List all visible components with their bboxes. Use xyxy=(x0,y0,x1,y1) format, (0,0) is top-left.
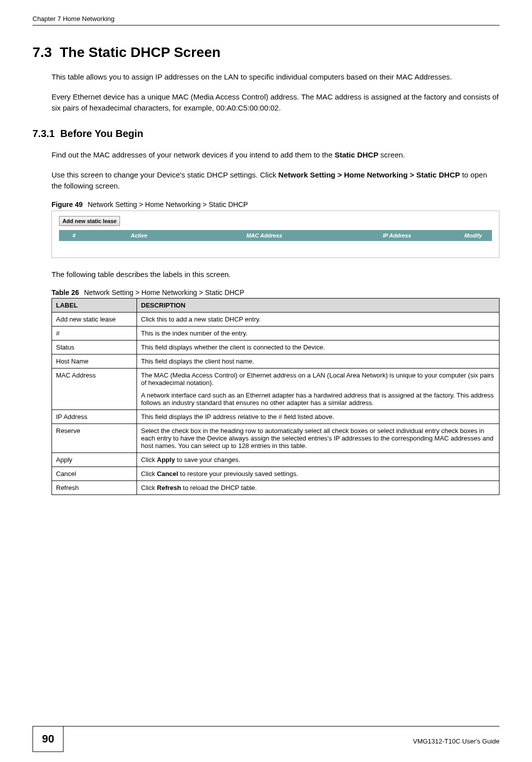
cell-desc: This is the index number of the entry. xyxy=(137,326,500,340)
subsection-para-1: Find out the MAC addresses of your netwo… xyxy=(52,150,500,160)
cell-label: Host Name xyxy=(52,354,137,368)
th-label: LABEL xyxy=(52,298,137,312)
table-row: Reserve Select the check box in the head… xyxy=(52,424,500,453)
cell-desc: Select the check box in the heading row … xyxy=(137,424,500,453)
cell-label: Add new static lease xyxy=(52,312,137,326)
table-caption-text: Network Setting > Home Networking > Stat… xyxy=(84,288,244,296)
table-row: Cancel Click Cancel to restore your prev… xyxy=(52,467,500,481)
table-row: Host Name This field displays the client… xyxy=(52,354,500,368)
page-footer: 90 VMG1312-T10C User's Guide xyxy=(32,726,500,752)
table-row: Refresh Click Refresh to reload the DHCP… xyxy=(52,481,500,495)
screenshot-figure: Add new static lease # Active MAC Addres… xyxy=(52,210,500,258)
table-label: Table 26 xyxy=(52,288,79,296)
cell-desc: The MAC (Media Access Control) or Ethern… xyxy=(137,368,500,410)
section-para-1: This table allows you to assign IP addre… xyxy=(52,72,500,82)
screenshot-table-header: # Active MAC Address IP Address Modify xyxy=(59,230,492,241)
section-para-2: Every Ethernet device has a unique MAC (… xyxy=(52,92,500,114)
bold-static-dhcp: Static DHCP xyxy=(334,150,378,159)
bold-nav-path: Network Setting > Home Networking > Stat… xyxy=(278,170,460,179)
section-heading: 7.3 The Static DHCP Screen xyxy=(32,44,500,60)
description-table: LABEL DESCRIPTION Add new static lease C… xyxy=(52,298,500,495)
section-title: The Static DHCP Screen xyxy=(60,44,221,60)
cell-desc: This field displays the client host name… xyxy=(137,354,500,368)
figure-caption-text: Network Setting > Home Networking > Stat… xyxy=(88,200,248,208)
subsection-para-2: Use this screen to change your Device's … xyxy=(52,170,500,192)
cell-desc: Click this to add a new static DHCP entr… xyxy=(137,312,500,326)
col-header-active: Active xyxy=(89,232,189,238)
table-row: Status This field displays whether the c… xyxy=(52,340,500,354)
col-header-modify: Modify xyxy=(454,232,492,238)
table-row: Add new static lease Click this to add a… xyxy=(52,312,500,326)
table-row: # This is the index number of the entry. xyxy=(52,326,500,340)
th-description: DESCRIPTION xyxy=(137,298,500,312)
cell-desc: This field displays whether the client i… xyxy=(137,340,500,354)
col-header-number: # xyxy=(59,232,89,238)
add-new-static-lease-button[interactable]: Add new static lease xyxy=(59,216,120,226)
subsection-title: Before You Begin xyxy=(60,128,144,139)
cell-desc: Click Apply to save your changes. xyxy=(137,453,500,467)
cell-label: Cancel xyxy=(52,467,137,481)
page-number: 90 xyxy=(32,726,64,752)
cell-label: Apply xyxy=(52,453,137,467)
cell-desc: This field displays the IP address relat… xyxy=(137,410,500,424)
section-number: 7.3 xyxy=(32,44,52,60)
cell-label: IP Address xyxy=(52,410,137,424)
guide-name: VMG1312-T10C User's Guide xyxy=(64,734,500,745)
table-row: Apply Click Apply to save your changes. xyxy=(52,453,500,467)
subsection-number: 7.3.1 xyxy=(32,128,54,139)
figure-label: Figure 49 xyxy=(52,200,82,208)
between-text: The following table describes the labels… xyxy=(52,269,500,280)
col-header-ip: IP Address xyxy=(340,232,454,238)
table-row: MAC Address The MAC (Media Access Contro… xyxy=(52,368,500,410)
cell-desc: Click Refresh to reload the DHCP table. xyxy=(137,481,500,495)
table-caption: Table 26Network Setting > Home Networkin… xyxy=(52,288,500,296)
figure-caption: Figure 49Network Setting > Home Networki… xyxy=(52,200,500,208)
cell-label: # xyxy=(52,326,137,340)
table-header-row: LABEL DESCRIPTION xyxy=(52,298,500,312)
subsection-heading: 7.3.1 Before You Begin xyxy=(32,128,500,140)
cell-desc: Click Cancel to restore your previously … xyxy=(137,467,500,481)
table-row: IP Address This field displays the IP ad… xyxy=(52,410,500,424)
cell-label: Reserve xyxy=(52,424,137,453)
cell-label: Status xyxy=(52,340,137,354)
cell-label: Refresh xyxy=(52,481,137,495)
col-header-mac: MAC Address xyxy=(189,232,340,238)
page-header: Chapter 7 Home Networking xyxy=(32,15,500,26)
chapter-title: Chapter 7 Home Networking xyxy=(32,15,114,22)
cell-label: MAC Address xyxy=(52,368,137,410)
